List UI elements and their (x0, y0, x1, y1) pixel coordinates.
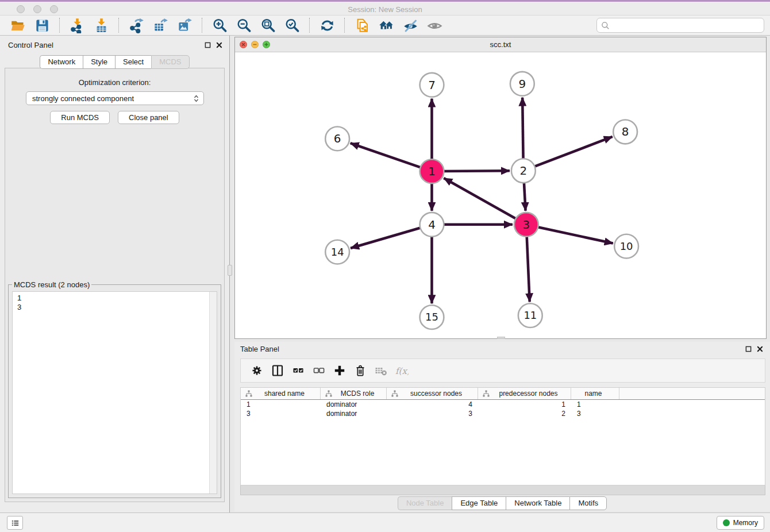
delete-table-button (372, 361, 390, 380)
task-history-button[interactable] (7, 516, 23, 530)
status-bar: Memory (0, 512, 770, 532)
float-panel-icon[interactable] (205, 42, 211, 48)
table-panel-title: Table Panel (240, 345, 279, 353)
open-session-button[interactable] (7, 17, 28, 34)
export-network-button[interactable] (126, 17, 147, 34)
delete-column-button[interactable] (351, 361, 369, 380)
network-resize-grip[interactable] (497, 337, 505, 339)
run-mcds-button[interactable]: Run MCDS (50, 111, 110, 124)
close-panel-icon[interactable] (216, 42, 222, 48)
zoom-fit-button[interactable] (257, 17, 278, 34)
export-table-button[interactable] (150, 17, 171, 34)
network-overview-button[interactable] (352, 17, 372, 34)
tab-network-table[interactable]: Network Table (506, 496, 569, 510)
tab-style[interactable]: Style (83, 55, 115, 69)
save-session-button[interactable] (32, 17, 52, 34)
column-header-MCDS-role[interactable]: MCDS role (321, 388, 387, 399)
column-header-shared-name[interactable]: shared name (241, 388, 321, 399)
mcds-result-group: MCDS result (2 nodes) 1 3 (8, 284, 221, 498)
import-network-button[interactable] (67, 17, 87, 34)
memory-status-icon (723, 519, 730, 526)
graph-node-15[interactable]: 15 (420, 305, 444, 329)
zoom-fit-icon (260, 18, 276, 33)
show-columns-button[interactable] (268, 361, 287, 380)
edge-2-9[interactable] (522, 98, 523, 161)
table-row[interactable]: 1dominator411 (241, 400, 765, 409)
graph-node-6[interactable]: 6 (325, 126, 349, 151)
node-label: 6 (334, 132, 341, 145)
tab-edge-table[interactable]: Edge Table (452, 496, 506, 510)
select-all-button[interactable] (289, 361, 307, 380)
import-table-button[interactable] (91, 17, 111, 34)
graph-node-3[interactable]: 3 (514, 213, 538, 237)
create-column-button[interactable] (330, 361, 349, 380)
node-label: 14 (331, 246, 344, 258)
network-graph[interactable]: 7968124314101511 (235, 52, 766, 338)
edge-3-10[interactable] (536, 226, 613, 243)
column-header-predecessor-nodes[interactable]: predecessor nodes (478, 388, 571, 399)
column-header-name[interactable]: name (571, 388, 619, 399)
tab-mcds[interactable]: MCDS (151, 55, 189, 69)
hide-panels-button[interactable] (400, 17, 421, 34)
export-image-button[interactable] (174, 17, 195, 34)
edge-2-3[interactable] (524, 180, 526, 211)
graph-node-11[interactable]: 11 (518, 303, 542, 327)
graph-node-1[interactable]: 1 (420, 159, 444, 183)
zoom-out-button[interactable] (233, 17, 254, 34)
mcds-result-title: MCDS result (2 nodes) (12, 280, 91, 289)
tab-node-table[interactable]: Node Table (398, 496, 452, 510)
tab-motifs[interactable]: Motifs (569, 496, 607, 510)
close-table-panel-icon[interactable] (757, 346, 763, 352)
zoom-in-button[interactable] (209, 17, 230, 34)
search-box[interactable] (596, 18, 764, 33)
edge-1-6[interactable] (351, 143, 423, 168)
edge-3-11[interactable] (527, 234, 530, 302)
edge-1-2[interactable] (441, 171, 510, 171)
close-panel-button[interactable]: Close panel (118, 111, 179, 124)
node-table[interactable]: shared nameMCDS rolesuccessor nodesprede… (240, 387, 765, 485)
toolbar-separator (118, 18, 119, 33)
result-scrollbar[interactable] (209, 292, 217, 494)
network-window-titlebar[interactable]: scc.txt (235, 37, 766, 52)
grid-x-icon (374, 364, 388, 377)
float-table-panel-icon[interactable] (745, 346, 752, 352)
table-row[interactable]: 3dominator323 (241, 409, 765, 418)
table-settings-button[interactable] (248, 361, 266, 380)
mcds-result-area[interactable]: 1 3 (12, 291, 217, 494)
memory-button[interactable]: Memory (717, 516, 764, 530)
floppy-icon (34, 18, 50, 33)
graph-node-7[interactable]: 7 (420, 73, 444, 97)
edge-4-14[interactable] (351, 228, 422, 248)
eye-off-icon (403, 18, 418, 33)
tab-network[interactable]: Network (40, 55, 83, 69)
memory-label: Memory (733, 519, 758, 527)
mcds-result-text: 1 3 (13, 292, 217, 314)
table-cell: 2 (478, 409, 571, 418)
tab-select[interactable]: Select (115, 55, 151, 69)
hierarchy-icon (245, 390, 252, 397)
edge-3-1[interactable] (444, 178, 518, 220)
node-label: 9 (519, 78, 526, 91)
titlebar[interactable]: Session: New Session (0, 0, 770, 16)
graph-node-14[interactable]: 14 (325, 240, 349, 264)
network-canvas[interactable]: 7968124314101511 (235, 52, 766, 338)
column-header-successor-nodes[interactable]: successor nodes (387, 388, 478, 399)
graph-node-10[interactable]: 10 (614, 234, 638, 259)
graph-node-2[interactable]: 2 (511, 159, 536, 183)
home-button[interactable] (376, 17, 396, 34)
apply-layout-button[interactable] (317, 17, 337, 34)
edge-2-8[interactable] (533, 137, 613, 167)
show-panels-button[interactable] (424, 17, 445, 34)
panel-divider-grip[interactable] (228, 265, 232, 276)
hierarchy-icon (391, 390, 398, 397)
zoom-selected-button[interactable] (282, 17, 302, 34)
graph-node-8[interactable]: 8 (613, 120, 637, 144)
optimization-criterion-select[interactable]: strongly connected component (26, 91, 204, 105)
toolbar-separator (202, 18, 202, 33)
search-input[interactable] (610, 20, 764, 31)
table-hscrollbar[interactable] (240, 485, 765, 495)
graph-node-4[interactable]: 4 (420, 213, 444, 237)
graph-node-9[interactable]: 9 (510, 72, 534, 96)
table-cell: 1 (241, 400, 321, 409)
deselect-all-button[interactable] (310, 361, 328, 380)
